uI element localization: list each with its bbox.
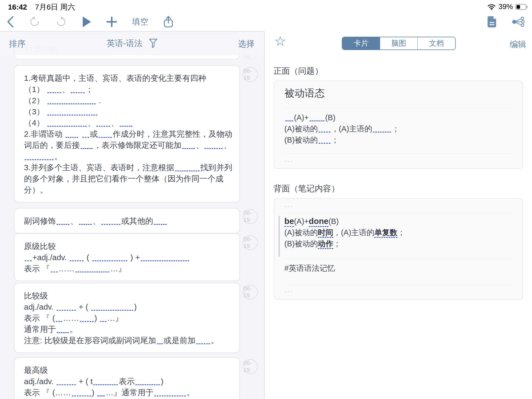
undo-icon[interactable] (29, 16, 40, 28)
tab-card[interactable]: 卡片 (342, 37, 380, 49)
document-icon[interactable] (487, 16, 496, 28)
share-icon[interactable] (163, 16, 173, 28)
date: 7月6日 周六 (35, 3, 75, 11)
divider (283, 259, 513, 259)
card-text-line: （3） (24, 106, 230, 117)
front-section-label: 正面（问题） (273, 65, 323, 77)
card-text-line: 注意: 比较级是在形容词或副词词尾加或是前加。 (24, 335, 230, 346)
card-text-line: 3.并列多个主语、宾语、表语时，注意根据找到并列 (24, 162, 230, 173)
back-section-label: 背面（笔记内容） (273, 183, 339, 194)
divider (283, 108, 513, 108)
card-text-line: 表示 『 (……) …』 (24, 313, 230, 324)
fill-blank-button[interactable]: 填空 (132, 16, 148, 27)
tab-document[interactable]: 文档 (417, 37, 455, 49)
card-text-line: （2） . (24, 95, 230, 106)
list-item[interactable]: 1.考研真题中，主语、宾语、表语的变化主要有四种 （1） 、； （2） . （3… (14, 65, 240, 202)
list-item[interactable]: 副词修饰、、或其他的 (14, 208, 240, 234)
back-line: (A)被动的时间，(A)主语的单复数； (284, 227, 405, 238)
quote-bar (279, 216, 280, 257)
card-text-line: （4） 、、 (24, 117, 230, 128)
view-mode-tabs: 卡片 脑图 文档 (342, 37, 456, 50)
card-text-line: +adj./adv. ( ) + (24, 252, 230, 263)
card-text-line: 的多个对象，并且把它们看作一个整体（因为作同一个成 (24, 173, 230, 184)
card-text-line: 2.非谓语动 或作成分时，注意其完整性，及物动 (24, 128, 230, 140)
date-badge: 06-19 (243, 285, 258, 300)
back-card[interactable]: ··· be(A)+done(B) (A)被动的时间，(A)主语的单复数； (B… (274, 198, 523, 300)
card-text-line: 通常用于。 (24, 324, 230, 335)
card-text-line: adj./adv. + ( ) (24, 301, 230, 313)
date-badge: 06-19 (243, 67, 258, 82)
redo-icon[interactable] (55, 16, 67, 28)
star-icon[interactable]: ☆ (274, 35, 286, 48)
battery-icon (516, 4, 528, 10)
front-line: (A)被动的，(A)主语的； (284, 123, 400, 134)
list-item[interactable]: 比较级 adj./adv. + ( ) 表示 『 (……) …』 通常用于。 注… (14, 283, 240, 353)
wifi-icon (487, 4, 496, 10)
play-button[interactable] (82, 16, 92, 28)
app-window: 16:42 7月6日 周六 39% (0, 0, 532, 399)
back-button[interactable] (7, 16, 14, 28)
toolbar-right (487, 14, 525, 30)
date-badge: 06-19 (243, 209, 258, 224)
card-text-line: 比较级 (24, 290, 230, 301)
card-text-line: 分）。 (24, 184, 230, 196)
front-line: (A)+(B) (284, 112, 335, 123)
share-nodes-icon[interactable] (512, 16, 525, 27)
hashtag[interactable]: #英语语法记忆 (284, 263, 335, 274)
date-badge: 06-19 (243, 359, 258, 374)
card-text-line: 副词修饰、、或其他的 (24, 215, 230, 227)
front-card[interactable]: 被动语态 (A)+(B) (A)被动的，(A)主语的； (B)被动的； ··· (274, 81, 523, 169)
card-list-panel: 时态结构 06-18 1.考研真题中，主语、宾语、表语的变化主要有四种 （1） … (0, 31, 264, 399)
card-text-line: 表示 『………』 (24, 263, 230, 274)
edit-button[interactable]: 编辑 (510, 39, 526, 50)
more-button[interactable]: ··· (284, 288, 293, 295)
more-button[interactable]: ··· (284, 157, 293, 165)
select-button[interactable]: 选择 (238, 38, 255, 49)
card-text-line: adj./adv. + ( t表示) (24, 376, 230, 387)
card-text-line: 。 (24, 151, 230, 162)
filter-icon[interactable] (149, 39, 157, 48)
card-question-title: 被动语态 (284, 86, 325, 100)
toolbar-divider (0, 31, 265, 32)
toolbar-left: 填空 (7, 14, 173, 30)
card-text-line: 词后的，要后接，表示修饰限定还可能加、、 (24, 140, 230, 151)
back-line: (B)被动的动作； (284, 238, 341, 249)
front-line: (B)被动的； (284, 134, 339, 146)
status-right: 39% (487, 3, 528, 11)
card-text-line: 原级比较 (24, 241, 230, 252)
divider (283, 153, 513, 154)
add-button[interactable] (106, 16, 117, 27)
more-button[interactable]: ··· (284, 202, 293, 210)
tab-mindmap[interactable]: 脑图 (380, 37, 418, 49)
date-badge: 06-19 (243, 235, 258, 250)
battery-percent: 39% (498, 3, 513, 11)
list-item[interactable]: 原级比较 +adj./adv. ( ) + 表示 『………』 (14, 233, 240, 281)
list-item[interactable]: 最高级 adj./adv. + ( t表示) 表示 『 (……) …』通常用于。… (14, 357, 240, 399)
card-text-line: 1.考研真题中，主语、宾语、表语的变化主要有四种 (24, 73, 230, 84)
back-line: be(A)+done(B) (284, 216, 339, 227)
card-text-line: 表示 『 (……) …』通常用于。 (24, 387, 230, 398)
deck-title[interactable]: 英语-语法 (107, 38, 142, 49)
card-text-line: （1） 、； (24, 84, 230, 95)
card-detail-panel: ☆ 卡片 脑图 文档 编辑 正面（问题） 被动语态 (A)+(B) (A)被动的… (265, 31, 532, 399)
top-bar: 16:42 7月6日 周六 39% (0, 0, 532, 31)
divider (283, 285, 513, 285)
panel-divider (264, 31, 265, 399)
card-text-line: 最高级 (24, 365, 230, 376)
clock: 16:42 (8, 3, 27, 11)
status-left: 16:42 7月6日 周六 (8, 2, 75, 12)
list-header: 排序 英语-语法 选择 (0, 31, 264, 55)
divider (283, 213, 513, 213)
